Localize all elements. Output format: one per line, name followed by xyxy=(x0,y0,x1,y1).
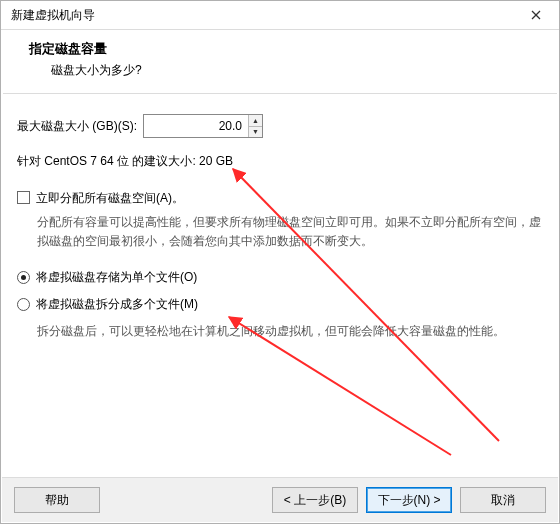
wizard-window: 新建虚拟机向导 指定磁盘容量 磁盘大小为多少? 最大磁盘大小 (GB)(S): … xyxy=(0,0,560,524)
wizard-header: 指定磁盘容量 磁盘大小为多少? xyxy=(1,30,559,93)
disk-size-spinbox[interactable]: ▲ ▼ xyxy=(143,114,263,138)
next-button[interactable]: 下一步(N) > xyxy=(366,487,452,513)
store-single-file-row[interactable]: 将虚拟磁盘存储为单个文件(O) xyxy=(17,268,543,287)
store-split-radio[interactable] xyxy=(17,298,30,311)
split-explain: 拆分磁盘后，可以更轻松地在计算机之间移动虚拟机，但可能会降低大容量磁盘的性能。 xyxy=(17,322,543,341)
recommendation-row: 针对 CentOS 7 64 位 的建议大小: 20 GB xyxy=(17,152,543,171)
window-title: 新建虚拟机向导 xyxy=(11,7,519,24)
help-button[interactable]: 帮助 xyxy=(14,487,100,513)
disk-size-input[interactable] xyxy=(144,115,248,137)
spin-down[interactable]: ▼ xyxy=(249,127,262,138)
page-subheading: 磁盘大小为多少? xyxy=(29,62,531,79)
titlebar: 新建虚拟机向导 xyxy=(1,1,559,30)
recommend-value: 20 GB xyxy=(199,154,233,168)
store-split-label: 将虚拟磁盘拆分成多个文件(M) xyxy=(36,295,198,314)
button-bar: 帮助 < 上一步(B) 下一步(N) > 取消 xyxy=(2,477,558,522)
store-single-radio[interactable] xyxy=(17,271,30,284)
close-icon xyxy=(531,10,541,20)
disk-size-label: 最大磁盘大小 (GB)(S): xyxy=(17,117,137,136)
spin-up[interactable]: ▲ xyxy=(249,115,262,127)
allocate-now-checkbox[interactable] xyxy=(17,191,30,204)
page-heading: 指定磁盘容量 xyxy=(29,40,531,58)
allocate-now-row[interactable]: 立即分配所有磁盘空间(A)。 xyxy=(17,189,543,208)
cancel-button[interactable]: 取消 xyxy=(460,487,546,513)
store-single-label: 将虚拟磁盘存储为单个文件(O) xyxy=(36,268,197,287)
allocate-now-label: 立即分配所有磁盘空间(A)。 xyxy=(36,189,184,208)
close-button[interactable] xyxy=(519,3,553,27)
recommend-prefix: 针对 CentOS 7 64 位 的建议大小: xyxy=(17,154,199,168)
spin-buttons: ▲ ▼ xyxy=(248,115,262,137)
content-area: 最大磁盘大小 (GB)(S): ▲ ▼ 针对 CentOS 7 64 位 的建议… xyxy=(1,94,559,340)
allocate-explain: 分配所有容量可以提高性能，但要求所有物理磁盘空间立即可用。如果不立即分配所有空间… xyxy=(17,213,543,250)
back-button[interactable]: < 上一步(B) xyxy=(272,487,358,513)
store-split-files-row[interactable]: 将虚拟磁盘拆分成多个文件(M) xyxy=(17,295,543,314)
disk-size-row: 最大磁盘大小 (GB)(S): ▲ ▼ xyxy=(17,114,543,138)
